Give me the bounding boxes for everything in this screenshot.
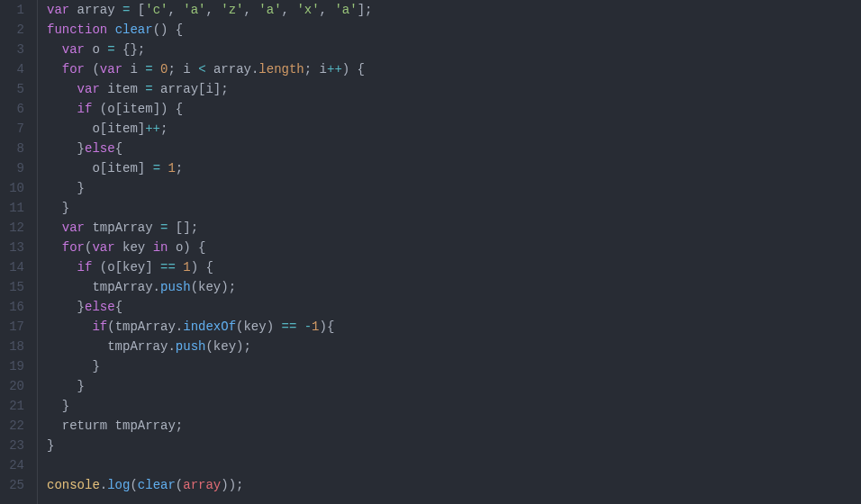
token-ident (47, 62, 62, 76)
token-punct: ]; (358, 3, 373, 17)
token-kw: else (85, 300, 115, 314)
token-kw: if (77, 260, 93, 274)
token-kw: function (47, 22, 107, 37)
token-punct: } (47, 181, 85, 195)
token-punct: (key); (191, 280, 236, 294)
token-ident (153, 62, 160, 76)
line-number: 3 (0, 40, 30, 59)
code-line[interactable]: for (var i = 0; i < array.length; i++) { (47, 59, 861, 79)
token-ident (47, 320, 92, 334)
code-line[interactable]: } (47, 198, 861, 218)
token-ident (47, 82, 77, 96)
token-punct: , (168, 3, 183, 17)
code-editor-area[interactable]: var array = ['c', 'a', 'z', 'a', 'x', 'a… (38, 0, 861, 504)
token-fn: log (107, 478, 130, 492)
token-kw: var (62, 220, 85, 235)
token-punct: } (47, 438, 54, 453)
code-line[interactable]: tmpArray.push(key); (47, 337, 861, 356)
token-op: < (198, 62, 205, 76)
token-str: 'a' (334, 3, 357, 17)
token-ident: key (115, 240, 153, 255)
token-punct: , (282, 3, 297, 17)
token-punct: } (47, 300, 85, 314)
token-str: 'a' (258, 3, 281, 17)
token-ident: i (320, 62, 327, 76)
token-punct: []; (168, 220, 198, 235)
token-ident: array[i]; (153, 82, 229, 96)
token-op: == (160, 260, 176, 274)
code-line[interactable] (47, 455, 861, 475)
code-line[interactable]: if (o[item]) { (47, 99, 861, 119)
token-kw: var (62, 42, 85, 57)
line-number: 5 (0, 79, 30, 99)
code-line[interactable]: }else{ (47, 297, 861, 317)
code-line[interactable]: tmpArray.push(key); (47, 277, 861, 297)
token-op: ++ (327, 62, 342, 76)
token-op: = (145, 62, 152, 76)
token-fn: clear (115, 22, 153, 37)
line-number: 6 (0, 99, 30, 119)
token-str: 'z' (221, 3, 243, 17)
token-fn: clear (138, 478, 176, 492)
token-str: 'x' (296, 3, 319, 17)
token-punct: ; (176, 161, 183, 176)
token-ident: tmpArray. (47, 339, 176, 354)
token-kw: if (77, 102, 93, 116)
token-ident (47, 42, 62, 57)
token-ident (47, 102, 77, 116)
token-punct: , (206, 3, 222, 17)
line-number: 8 (0, 139, 30, 158)
code-line[interactable]: } (47, 436, 861, 455)
code-line[interactable]: o[item] = 1; (47, 158, 861, 178)
token-ident: o) { (168, 240, 205, 255)
token-punct: { (115, 300, 122, 314)
token-kw: for (62, 62, 85, 76)
token-punct: [ (130, 3, 145, 17)
line-number: 14 (0, 257, 30, 277)
token-punct: } (47, 359, 100, 374)
line-number: 25 (0, 475, 30, 495)
token-kw: var (47, 3, 69, 17)
token-ident (47, 240, 62, 255)
token-punct: ) { (191, 260, 213, 274)
code-line[interactable]: var item = array[i]; (47, 79, 861, 99)
token-punct: (key); (205, 339, 250, 354)
code-line[interactable]: returm tmpArray; (47, 416, 861, 436)
token-kw: if (92, 320, 107, 334)
code-line[interactable]: } (47, 356, 861, 376)
token-obj: console (47, 478, 100, 492)
token-kw: for (62, 240, 85, 255)
token-ident: tmpArray. (47, 280, 160, 294)
token-ident (47, 260, 77, 274)
code-line[interactable]: console.log(clear(array)); (47, 475, 861, 495)
token-punct: . (100, 478, 107, 492)
code-line[interactable]: o[item]++; (47, 119, 861, 139)
code-line[interactable]: } (47, 178, 861, 198)
code-line[interactable]: var tmpArray = []; (47, 218, 861, 238)
token-kw: var (100, 62, 122, 76)
token-punct: } (47, 379, 85, 393)
line-number: 9 (0, 158, 30, 178)
code-line[interactable]: function clear() { (47, 20, 861, 40)
token-ident (176, 260, 183, 274)
code-line[interactable]: if (o[key] == 1) { (47, 257, 861, 277)
code-line[interactable]: for(var key in o) { (47, 238, 861, 257)
code-line[interactable]: } (47, 396, 861, 416)
code-line[interactable]: }else{ (47, 139, 861, 158)
token-punct: ; (160, 122, 168, 136)
token-ident: item (100, 82, 145, 96)
token-punct: } (47, 141, 85, 156)
line-number: 11 (0, 198, 30, 218)
token-punct: )); (221, 478, 243, 492)
line-number: 20 (0, 376, 30, 396)
token-ident (107, 22, 114, 37)
token-punct: (o[item]) { (92, 102, 183, 116)
code-line[interactable]: var o = {}; (47, 40, 861, 59)
code-line[interactable]: var array = ['c', 'a', 'z', 'a', 'x', 'a… (47, 0, 861, 20)
code-line[interactable]: if(tmpArray.indexOf(key) == -1){ (47, 317, 861, 337)
code-line[interactable]: } (47, 376, 861, 396)
token-op: ++ (145, 122, 160, 136)
line-number: 17 (0, 317, 30, 337)
token-ident (47, 220, 62, 235)
token-num: 1 (183, 260, 190, 274)
